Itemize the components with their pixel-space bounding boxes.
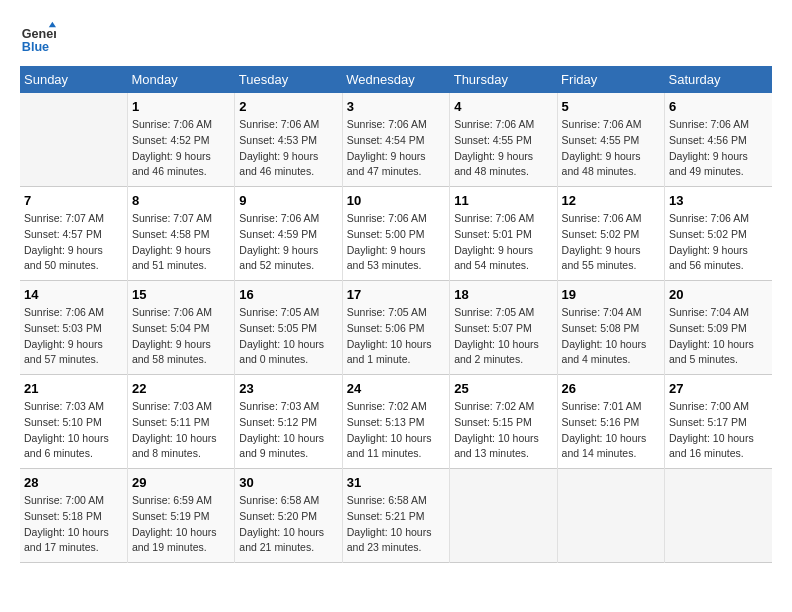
calendar-cell: 25Sunrise: 7:02 AMSunset: 5:15 PMDayligh… (450, 375, 557, 469)
day-number: 21 (24, 381, 123, 396)
day-number: 11 (454, 193, 552, 208)
calendar-cell (557, 469, 664, 563)
calendar-cell: 7Sunrise: 7:07 AMSunset: 4:57 PMDaylight… (20, 187, 127, 281)
calendar-cell: 27Sunrise: 7:00 AMSunset: 5:17 PMDayligh… (665, 375, 772, 469)
day-number: 16 (239, 287, 337, 302)
day-number: 30 (239, 475, 337, 490)
calendar-cell: 31Sunrise: 6:58 AMSunset: 5:21 PMDayligh… (342, 469, 449, 563)
svg-text:Blue: Blue (22, 40, 49, 54)
day-info: Sunrise: 7:06 AMSunset: 4:52 PMDaylight:… (132, 117, 230, 180)
calendar-cell (450, 469, 557, 563)
calendar-cell: 24Sunrise: 7:02 AMSunset: 5:13 PMDayligh… (342, 375, 449, 469)
calendar-cell: 13Sunrise: 7:06 AMSunset: 5:02 PMDayligh… (665, 187, 772, 281)
calendar-cell: 4Sunrise: 7:06 AMSunset: 4:55 PMDaylight… (450, 93, 557, 187)
calendar-cell: 5Sunrise: 7:06 AMSunset: 4:55 PMDaylight… (557, 93, 664, 187)
day-number: 15 (132, 287, 230, 302)
calendar-cell: 11Sunrise: 7:06 AMSunset: 5:01 PMDayligh… (450, 187, 557, 281)
day-info: Sunrise: 7:02 AMSunset: 5:15 PMDaylight:… (454, 399, 552, 462)
calendar-cell: 18Sunrise: 7:05 AMSunset: 5:07 PMDayligh… (450, 281, 557, 375)
day-number: 1 (132, 99, 230, 114)
calendar-header: SundayMondayTuesdayWednesdayThursdayFrid… (20, 66, 772, 93)
day-number: 29 (132, 475, 230, 490)
calendar-cell: 28Sunrise: 7:00 AMSunset: 5:18 PMDayligh… (20, 469, 127, 563)
day-info: Sunrise: 6:59 AMSunset: 5:19 PMDaylight:… (132, 493, 230, 556)
day-number: 19 (562, 287, 660, 302)
calendar-cell: 9Sunrise: 7:06 AMSunset: 4:59 PMDaylight… (235, 187, 342, 281)
day-number: 3 (347, 99, 445, 114)
week-row-4: 28Sunrise: 7:00 AMSunset: 5:18 PMDayligh… (20, 469, 772, 563)
calendar-cell: 14Sunrise: 7:06 AMSunset: 5:03 PMDayligh… (20, 281, 127, 375)
day-number: 20 (669, 287, 768, 302)
day-number: 9 (239, 193, 337, 208)
day-info: Sunrise: 7:06 AMSunset: 5:01 PMDaylight:… (454, 211, 552, 274)
day-number: 4 (454, 99, 552, 114)
day-info: Sunrise: 7:01 AMSunset: 5:16 PMDaylight:… (562, 399, 660, 462)
header-day-monday: Monday (127, 66, 234, 93)
calendar-cell: 8Sunrise: 7:07 AMSunset: 4:58 PMDaylight… (127, 187, 234, 281)
calendar-cell: 6Sunrise: 7:06 AMSunset: 4:56 PMDaylight… (665, 93, 772, 187)
day-number: 8 (132, 193, 230, 208)
week-row-2: 14Sunrise: 7:06 AMSunset: 5:03 PMDayligh… (20, 281, 772, 375)
day-number: 24 (347, 381, 445, 396)
day-number: 22 (132, 381, 230, 396)
day-info: Sunrise: 7:06 AMSunset: 4:55 PMDaylight:… (454, 117, 552, 180)
day-number: 6 (669, 99, 768, 114)
week-row-0: 1Sunrise: 7:06 AMSunset: 4:52 PMDaylight… (20, 93, 772, 187)
calendar-cell: 22Sunrise: 7:03 AMSunset: 5:11 PMDayligh… (127, 375, 234, 469)
page-header: General Blue (20, 20, 772, 56)
calendar-cell: 19Sunrise: 7:04 AMSunset: 5:08 PMDayligh… (557, 281, 664, 375)
day-info: Sunrise: 7:04 AMSunset: 5:08 PMDaylight:… (562, 305, 660, 368)
calendar-cell: 30Sunrise: 6:58 AMSunset: 5:20 PMDayligh… (235, 469, 342, 563)
day-number: 12 (562, 193, 660, 208)
calendar-table: SundayMondayTuesdayWednesdayThursdayFrid… (20, 66, 772, 563)
day-number: 10 (347, 193, 445, 208)
day-info: Sunrise: 7:04 AMSunset: 5:09 PMDaylight:… (669, 305, 768, 368)
day-info: Sunrise: 7:06 AMSunset: 5:02 PMDaylight:… (562, 211, 660, 274)
day-info: Sunrise: 7:06 AMSunset: 5:00 PMDaylight:… (347, 211, 445, 274)
day-number: 25 (454, 381, 552, 396)
calendar-cell (20, 93, 127, 187)
week-row-3: 21Sunrise: 7:03 AMSunset: 5:10 PMDayligh… (20, 375, 772, 469)
day-info: Sunrise: 7:05 AMSunset: 5:07 PMDaylight:… (454, 305, 552, 368)
calendar-cell: 15Sunrise: 7:06 AMSunset: 5:04 PMDayligh… (127, 281, 234, 375)
header-day-friday: Friday (557, 66, 664, 93)
day-info: Sunrise: 7:03 AMSunset: 5:11 PMDaylight:… (132, 399, 230, 462)
day-info: Sunrise: 7:02 AMSunset: 5:13 PMDaylight:… (347, 399, 445, 462)
calendar-cell: 12Sunrise: 7:06 AMSunset: 5:02 PMDayligh… (557, 187, 664, 281)
day-info: Sunrise: 6:58 AMSunset: 5:20 PMDaylight:… (239, 493, 337, 556)
day-number: 18 (454, 287, 552, 302)
day-number: 17 (347, 287, 445, 302)
day-info: Sunrise: 7:03 AMSunset: 5:10 PMDaylight:… (24, 399, 123, 462)
calendar-cell: 23Sunrise: 7:03 AMSunset: 5:12 PMDayligh… (235, 375, 342, 469)
day-number: 2 (239, 99, 337, 114)
day-info: Sunrise: 7:06 AMSunset: 4:54 PMDaylight:… (347, 117, 445, 180)
header-row: SundayMondayTuesdayWednesdayThursdayFrid… (20, 66, 772, 93)
day-info: Sunrise: 7:03 AMSunset: 5:12 PMDaylight:… (239, 399, 337, 462)
logo: General Blue (20, 20, 60, 56)
day-number: 26 (562, 381, 660, 396)
logo-icon: General Blue (20, 20, 56, 56)
day-info: Sunrise: 7:06 AMSunset: 5:04 PMDaylight:… (132, 305, 230, 368)
day-number: 13 (669, 193, 768, 208)
svg-marker-2 (49, 22, 56, 27)
calendar-cell: 21Sunrise: 7:03 AMSunset: 5:10 PMDayligh… (20, 375, 127, 469)
day-number: 14 (24, 287, 123, 302)
day-info: Sunrise: 6:58 AMSunset: 5:21 PMDaylight:… (347, 493, 445, 556)
calendar-cell: 16Sunrise: 7:05 AMSunset: 5:05 PMDayligh… (235, 281, 342, 375)
calendar-cell: 1Sunrise: 7:06 AMSunset: 4:52 PMDaylight… (127, 93, 234, 187)
day-info: Sunrise: 7:07 AMSunset: 4:57 PMDaylight:… (24, 211, 123, 274)
day-number: 5 (562, 99, 660, 114)
week-row-1: 7Sunrise: 7:07 AMSunset: 4:57 PMDaylight… (20, 187, 772, 281)
calendar-cell: 10Sunrise: 7:06 AMSunset: 5:00 PMDayligh… (342, 187, 449, 281)
calendar-cell: 17Sunrise: 7:05 AMSunset: 5:06 PMDayligh… (342, 281, 449, 375)
header-day-saturday: Saturday (665, 66, 772, 93)
day-number: 27 (669, 381, 768, 396)
day-info: Sunrise: 7:05 AMSunset: 5:05 PMDaylight:… (239, 305, 337, 368)
day-info: Sunrise: 7:06 AMSunset: 5:02 PMDaylight:… (669, 211, 768, 274)
day-number: 31 (347, 475, 445, 490)
day-info: Sunrise: 7:06 AMSunset: 4:55 PMDaylight:… (562, 117, 660, 180)
header-day-tuesday: Tuesday (235, 66, 342, 93)
day-number: 23 (239, 381, 337, 396)
calendar-cell: 3Sunrise: 7:06 AMSunset: 4:54 PMDaylight… (342, 93, 449, 187)
header-day-wednesday: Wednesday (342, 66, 449, 93)
